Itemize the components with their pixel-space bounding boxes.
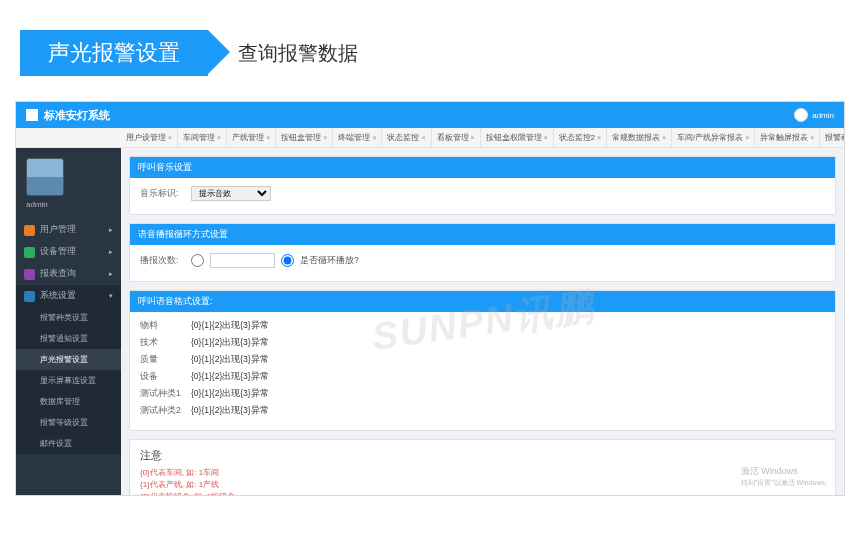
- submenu-item-3[interactable]: 显示屏幕连设置: [16, 370, 121, 391]
- notice-line-2: {2}代表按钮盒, 如: 1按钮盒: [140, 491, 825, 495]
- voice-key-1: 技术: [140, 337, 185, 349]
- profile-block: admin: [16, 148, 121, 219]
- loop-radio-count[interactable]: [191, 254, 204, 267]
- submenu-item-1[interactable]: 报警通知设置: [16, 328, 121, 349]
- submenu-item-0[interactable]: 报警种类设置: [16, 307, 121, 328]
- chevron-icon: ▸: [109, 226, 113, 234]
- panel-notice: 注意 {0}代表车间, 如: 1车间{1}代表产线, 如: 1产线{2}代表按钮…: [129, 439, 836, 495]
- panel-loop-header: 语音播报循环方式设置: [130, 224, 835, 245]
- page-title-banner: 声光报警设置: [20, 30, 208, 76]
- loop-label: 播报次数:: [140, 255, 185, 267]
- loop-loop-label: 是否循环播放?: [300, 255, 359, 267]
- user-menu[interactable]: admin: [794, 108, 834, 122]
- tab-5[interactable]: 状态监控×: [382, 128, 431, 147]
- tab-0[interactable]: 用户设管理×: [121, 128, 178, 147]
- voice-val-1: {0}{1}{2}出现{3}异常: [191, 337, 269, 349]
- voice-val-4: {0}{1}{2}出现{3}异常: [191, 388, 269, 400]
- close-icon[interactable]: ×: [217, 134, 221, 141]
- chevron-icon: ▸: [109, 270, 113, 278]
- voice-val-0: {0}{1}{2}出现{3}异常: [191, 320, 269, 332]
- user-name: admin: [812, 111, 834, 120]
- tab-12[interactable]: 报警种类设置×: [820, 128, 844, 147]
- notice-line-0: {0}代表车间, 如: 1车间: [140, 467, 825, 479]
- submenu-item-6[interactable]: 邮件设置: [16, 433, 121, 454]
- music-select[interactable]: 提示音效: [191, 186, 271, 201]
- close-icon[interactable]: ×: [421, 134, 425, 141]
- page-subtitle: 查询报警数据: [238, 40, 358, 67]
- tab-7[interactable]: 按钮盒权限管理×: [481, 128, 554, 147]
- panel-voice: 呼叫语音格式设置: 物料{0}{1}{2}出现{3}异常技术{0}{1}{2}出…: [129, 290, 836, 431]
- tab-11[interactable]: 异常触屏报表×: [755, 128, 820, 147]
- app-window: 标准安灯系统 admin 用户设管理×车间管理×产线管理×按钮盒管理×终端管理×…: [15, 101, 845, 496]
- close-icon[interactable]: ×: [323, 134, 327, 141]
- submenu-item-2[interactable]: 声光报警设置: [16, 349, 121, 370]
- panel-music: 呼叫音乐设置 音乐标识: 提示音效: [129, 156, 836, 215]
- voice-val-3: {0}{1}{2}出现{3}异常: [191, 371, 269, 383]
- close-icon[interactable]: ×: [662, 134, 666, 141]
- top-bar: 标准安灯系统 admin: [16, 102, 844, 128]
- brand-text: 标准安灯系统: [44, 108, 110, 123]
- menu-icon: [24, 225, 35, 236]
- brand-icon: [26, 109, 38, 121]
- close-icon[interactable]: ×: [266, 134, 270, 141]
- voice-val-2: {0}{1}{2}出现{3}异常: [191, 354, 269, 366]
- voice-key-5: 测试种类2: [140, 405, 185, 417]
- profile-avatar-icon: [26, 158, 64, 196]
- profile-name: admin: [26, 200, 111, 209]
- menu-item-1[interactable]: 设备管理▸: [16, 241, 121, 263]
- tab-3[interactable]: 按钮盒管理×: [276, 128, 333, 147]
- voice-key-0: 物料: [140, 320, 185, 332]
- close-icon[interactable]: ×: [810, 134, 814, 141]
- music-label: 音乐标识:: [140, 188, 185, 200]
- tab-6[interactable]: 看板管理×: [432, 128, 481, 147]
- menu-icon: [24, 247, 35, 258]
- close-icon[interactable]: ×: [544, 134, 548, 141]
- avatar-icon: [794, 108, 808, 122]
- close-icon[interactable]: ×: [168, 134, 172, 141]
- voice-val-5: {0}{1}{2}出现{3}异常: [191, 405, 269, 417]
- tab-10[interactable]: 车间/产线异常报表×: [672, 128, 755, 147]
- brand: 标准安灯系统: [26, 108, 110, 123]
- menu-icon: [24, 291, 35, 302]
- voice-key-3: 设备: [140, 371, 185, 383]
- submenu-item-5[interactable]: 报警等级设置: [16, 412, 121, 433]
- menu-item-2[interactable]: 报表查询▸: [16, 263, 121, 285]
- voice-key-2: 质量: [140, 354, 185, 366]
- tab-9[interactable]: 常规数据报表×: [607, 128, 672, 147]
- loop-count-input[interactable]: [210, 253, 275, 268]
- notice-title: 注意: [140, 448, 825, 463]
- menu-item-3[interactable]: 系统设置▾: [16, 285, 121, 307]
- tab-8[interactable]: 状态监控2×: [554, 128, 607, 147]
- chevron-icon: ▾: [109, 292, 113, 300]
- close-icon[interactable]: ×: [372, 134, 376, 141]
- tab-strip: 用户设管理×车间管理×产线管理×按钮盒管理×终端管理×状态监控×看板管理×按钮盒…: [16, 128, 844, 148]
- content-area: 呼叫音乐设置 音乐标识: 提示音效 语音播报循环方式设置 播报次数:: [121, 148, 844, 495]
- tab-2[interactable]: 产线管理×: [227, 128, 276, 147]
- loop-radio-loop[interactable]: [281, 254, 294, 267]
- tab-4[interactable]: 终端管理×: [333, 128, 382, 147]
- panel-loop: 语音播报循环方式设置 播报次数: 是否循环播放?: [129, 223, 836, 282]
- tab-1[interactable]: 车间管理×: [178, 128, 227, 147]
- close-icon[interactable]: ×: [745, 134, 749, 141]
- panel-voice-header: 呼叫语音格式设置:: [130, 291, 835, 312]
- submenu-item-4[interactable]: 数据库管理: [16, 391, 121, 412]
- voice-key-4: 测试种类1: [140, 388, 185, 400]
- close-icon[interactable]: ×: [471, 134, 475, 141]
- notice-line-1: {1}代表产线, 如: 1产线: [140, 479, 825, 491]
- menu-item-0[interactable]: 用户管理▸: [16, 219, 121, 241]
- close-icon[interactable]: ×: [597, 134, 601, 141]
- menu-icon: [24, 269, 35, 280]
- panel-music-header: 呼叫音乐设置: [130, 157, 835, 178]
- windows-activation: 激活 Windows 转到"设置"以激活 Windows。: [741, 466, 832, 487]
- chevron-icon: ▸: [109, 248, 113, 256]
- sidebar: admin 用户管理▸设备管理▸报表查询▸系统设置▾报警种类设置报警通知设置声光…: [16, 148, 121, 495]
